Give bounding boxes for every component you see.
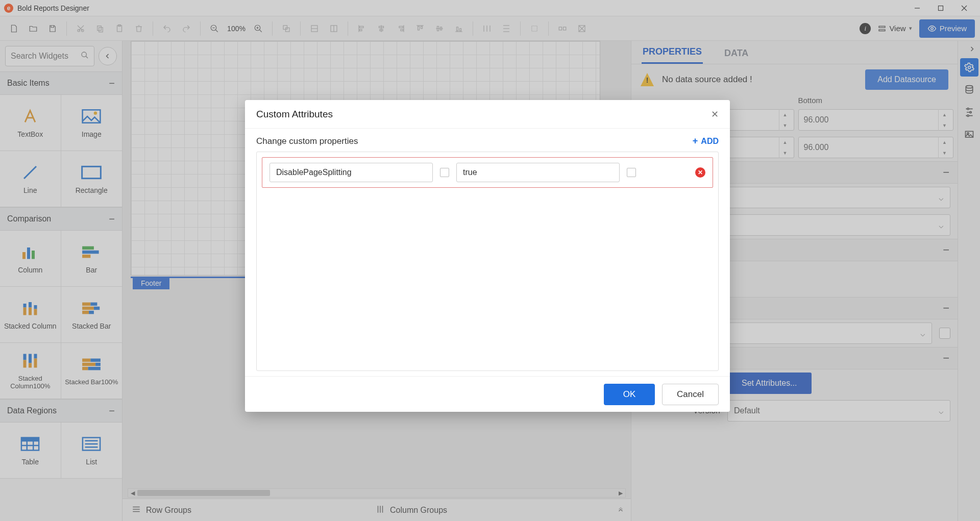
attribute-value-input[interactable]	[456, 163, 620, 182]
attribute-key-input[interactable]	[270, 163, 433, 182]
dialog-cancel-button[interactable]: Cancel	[662, 384, 719, 405]
plus-icon: +	[693, 136, 698, 146]
attribute-row: ✕	[262, 157, 713, 188]
custom-attributes-dialog: Custom Attributes ✕ Change custom proper…	[245, 100, 730, 412]
attribute-value-expression-checkbox[interactable]	[627, 168, 636, 177]
dialog-ok-button[interactable]: OK	[604, 384, 655, 405]
delete-attribute-button[interactable]: ✕	[695, 167, 705, 178]
dialog-close-button[interactable]: ✕	[711, 109, 719, 120]
dialog-subtitle: Change custom properties	[256, 136, 358, 146]
attributes-list: ✕	[256, 152, 719, 371]
ok-label: OK	[623, 389, 636, 400]
dialog-title: Custom Attributes	[256, 109, 333, 120]
cancel-label: Cancel	[677, 389, 704, 400]
add-label: ADD	[701, 137, 719, 146]
attribute-key-expression-checkbox[interactable]	[440, 168, 449, 177]
add-attribute-button[interactable]: + ADD	[693, 136, 719, 146]
